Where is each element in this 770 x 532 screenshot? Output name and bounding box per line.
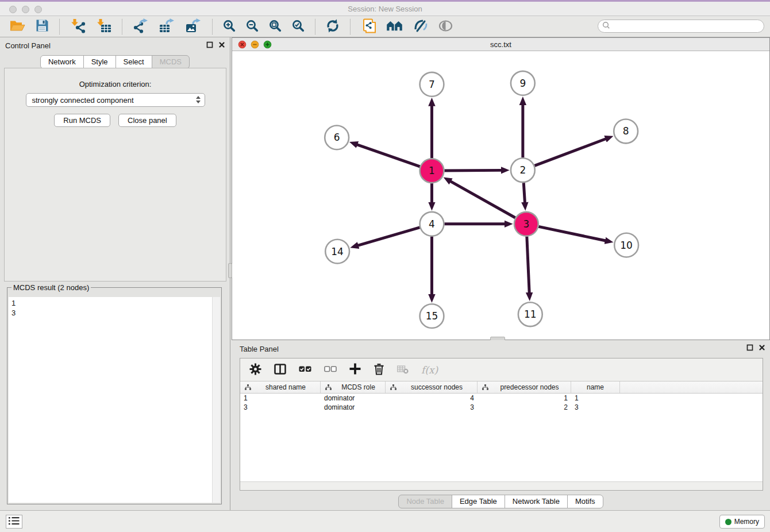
main-toolbar	[0, 16, 770, 37]
export-network-button[interactable]	[129, 17, 152, 36]
tab-edge-table[interactable]: Edge Table	[452, 495, 505, 508]
open-session-button[interactable]	[6, 18, 29, 35]
memory-button[interactable]: Memory	[719, 515, 765, 529]
task-history-button[interactable]	[6, 515, 22, 529]
criterion-value: strongly connected component	[32, 96, 134, 105]
table-cell[interactable]: 1	[240, 394, 321, 403]
network-window-titlebar[interactable]: scc.txt	[232, 38, 769, 51]
column-header-name[interactable]: name	[571, 381, 620, 393]
close-panel-icon[interactable]	[759, 344, 765, 351]
save-session-button[interactable]	[32, 18, 52, 35]
close-panel-icon[interactable]	[218, 41, 225, 48]
graph-node-label: 11	[524, 309, 537, 320]
tab-network-table[interactable]: Network Table	[505, 495, 568, 508]
export-image-button[interactable]	[182, 17, 205, 36]
table-row[interactable]: 1dominator411	[240, 394, 763, 403]
tab-select[interactable]: Select	[116, 55, 152, 69]
float-panel-icon[interactable]	[206, 41, 213, 48]
graph-node-4[interactable]: 4	[420, 212, 444, 236]
save-session-icon	[36, 19, 49, 34]
table-cell[interactable]: dominator	[321, 394, 386, 403]
deselect-all-button[interactable]	[324, 363, 337, 376]
graph-node-8[interactable]: 8	[614, 119, 638, 144]
tab-style[interactable]: Style	[83, 55, 116, 69]
graph-node-1[interactable]: 1	[420, 159, 444, 183]
vertical-splitter-handle[interactable]	[228, 263, 232, 278]
network-window-title: scc.txt	[232, 40, 769, 49]
table-cell[interactable]: 3	[571, 403, 620, 412]
add-column-button[interactable]	[349, 363, 361, 376]
criterion-select[interactable]: strongly connected component	[26, 93, 205, 107]
table-cell[interactable]: dominator	[321, 403, 386, 412]
toggle-styles-icon	[414, 19, 428, 34]
graph-node-9[interactable]: 9	[511, 71, 535, 95]
search-input[interactable]	[610, 21, 764, 32]
mcds-result-box: MCDS result (2 nodes) 13	[7, 283, 222, 504]
tab-node-table[interactable]: Node Table	[398, 495, 452, 508]
export-table-button[interactable]	[156, 17, 179, 36]
select-all-button[interactable]	[299, 363, 311, 376]
graph-node-15[interactable]: 15	[420, 304, 444, 328]
zoom-fit-button[interactable]	[265, 18, 285, 35]
graph-edge-3-10[interactable]	[538, 226, 606, 241]
graph-edge-2-8[interactable]	[534, 138, 606, 165]
graph-node-label: 8	[623, 125, 629, 137]
table-horizontal-scrollbar[interactable]	[240, 481, 763, 490]
column-header-successor-nodes[interactable]: successor nodes	[386, 381, 478, 393]
toggle-styles-button[interactable]	[410, 18, 432, 36]
network-from-selection-button[interactable]	[357, 17, 379, 36]
graph-node-2[interactable]: 2	[511, 158, 535, 182]
run-mcds-button[interactable]: Run MCDS	[54, 114, 110, 127]
import-network-button[interactable]	[67, 17, 89, 36]
result-line: 1	[11, 298, 220, 308]
table-cell[interactable]: 3	[386, 403, 478, 412]
memory-status-icon	[725, 519, 732, 525]
graph-edge-3-1[interactable]	[451, 181, 515, 218]
table-cell[interactable]: 3	[240, 403, 321, 412]
refresh-view-button[interactable]	[322, 18, 343, 36]
delete-columns-button[interactable]	[374, 363, 384, 377]
toggle-panes-button[interactable]	[274, 364, 286, 376]
first-neighbors-button[interactable]	[383, 18, 407, 35]
close-panel-button[interactable]: Close panel	[118, 114, 176, 127]
column-header-shared-name[interactable]: shared name	[240, 381, 321, 393]
import-table-button[interactable]	[93, 17, 115, 36]
table-row[interactable]: 3dominator323	[240, 403, 763, 412]
table-cell[interactable]: 1	[478, 394, 571, 403]
table-cell[interactable]: 4	[386, 394, 478, 403]
delete-columns-icon	[374, 363, 384, 377]
graph-node-6[interactable]: 6	[325, 125, 349, 149]
mcds-result-area: 13	[9, 297, 220, 503]
zoom-in-button[interactable]	[220, 18, 239, 35]
graph-edge-1-6[interactable]	[357, 145, 420, 167]
graph-edge-1-2[interactable]	[444, 170, 502, 171]
graph-edge-4-14[interactable]	[357, 228, 419, 245]
open-session-icon	[10, 19, 25, 34]
zoom-selected-button[interactable]	[288, 18, 308, 35]
graph-node-14[interactable]: 14	[325, 240, 349, 264]
function-builder-icon: f(x)	[421, 364, 438, 376]
graph-canvas[interactable]: 1234678910111415	[232, 51, 769, 340]
table-cell[interactable]: 2	[478, 403, 571, 412]
tab-motifs[interactable]: Motifs	[567, 495, 603, 508]
tab-mcds[interactable]: MCDS	[152, 55, 190, 69]
table-settings-button[interactable]	[249, 363, 261, 377]
float-panel-icon[interactable]	[746, 344, 753, 351]
column-type-icon	[390, 384, 396, 390]
column-header-mcds-role[interactable]: MCDS role	[321, 381, 386, 393]
table-cell[interactable]: 1	[571, 394, 620, 403]
tab-network[interactable]: Network	[40, 55, 84, 69]
result-scrollbar[interactable]	[212, 297, 220, 503]
graph-node-7[interactable]: 7	[420, 72, 444, 97]
toggle-graphics-details-button[interactable]	[435, 19, 456, 34]
graph-node-3[interactable]: 3	[514, 212, 538, 236]
graph-node-11[interactable]: 11	[518, 302, 542, 326]
graph-node-label: 3	[523, 218, 529, 230]
graph-edge-3-11[interactable]	[527, 237, 529, 294]
graph-edge-2-3[interactable]	[523, 183, 525, 203]
column-header-predecessor-nodes[interactable]: predecessor nodes	[478, 381, 571, 393]
zoom-selected-icon	[292, 20, 305, 34]
zoom-out-button[interactable]	[242, 18, 262, 35]
graph-node-10[interactable]: 10	[614, 233, 638, 257]
zoom-in-icon	[223, 20, 236, 34]
